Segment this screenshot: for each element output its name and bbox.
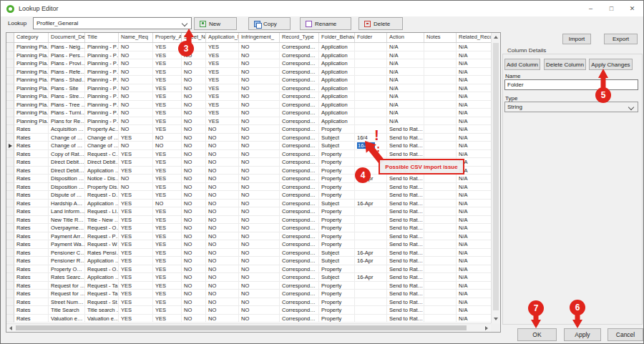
grid-cell[interactable]: NO [239, 216, 280, 225]
grid-cell[interactable]: YES [153, 216, 182, 225]
grid-cell[interactable]: NO [119, 101, 153, 109]
grid-cell[interactable]: N/A [457, 84, 492, 93]
grid-cell[interactable]: 16-Apr [355, 142, 387, 150]
grid-cell[interactable]: YES [153, 207, 182, 216]
grid-cell[interactable]: Send to Rat… [387, 200, 424, 208]
grid-cell[interactable]: YES [119, 257, 153, 265]
grid-cell[interactable]: NO [119, 76, 153, 84]
grid-cell[interactable]: N/A [457, 125, 492, 134]
grid-cell[interactable]: NO [239, 125, 280, 134]
grid-cell[interactable]: Correspond… [280, 59, 319, 68]
grid-cell[interactable]: NO [119, 43, 153, 51]
grid-cell[interactable]: Request - W… [85, 240, 119, 249]
lookup-dropdown[interactable]: Profiler_General [33, 17, 192, 29]
grid-cell[interactable]: YES [153, 76, 182, 84]
grid-cell[interactable] [424, 125, 457, 134]
grid-cell[interactable]: Property [319, 298, 355, 307]
grid-cell[interactable]: NO [206, 175, 239, 183]
grid-cell[interactable]: NO [239, 117, 280, 126]
grid-cell[interactable]: NO [239, 224, 280, 232]
grid-cell[interactable]: Send to Rat… [387, 125, 424, 134]
row-selector[interactable] [6, 306, 14, 315]
grid-cell[interactable]: N/A [457, 282, 492, 290]
grid-cell[interactable]: NO [182, 158, 206, 167]
grid-cell[interactable]: 16-Apr [355, 249, 387, 257]
grid-cell[interactable]: Property [319, 265, 355, 274]
grid-cell[interactable]: YES [119, 158, 153, 167]
grid-cell[interactable]: NO [206, 150, 239, 159]
grid-cell[interactable]: NO [239, 68, 280, 77]
grid-cell[interactable]: Request - C… [85, 150, 119, 159]
grid-cell[interactable]: Request for … [49, 290, 85, 298]
grid-cell[interactable]: Correspond… [280, 282, 319, 290]
row-selector[interactable] [6, 134, 14, 142]
grid-cell[interactable] [424, 315, 457, 323]
grid-cell[interactable]: YES [119, 216, 153, 225]
grid-cell[interactable] [355, 265, 387, 274]
row-selector[interactable] [6, 92, 14, 101]
grid-cell[interactable]: NO [182, 109, 206, 117]
grid-cell[interactable]: Request - LI… [85, 207, 119, 216]
grid-cell[interactable]: NO [206, 216, 239, 225]
grid-cell[interactable]: YES [119, 249, 153, 257]
column-header-title[interactable]: Title [85, 33, 119, 42]
column-header-folder[interactable]: Folder [355, 33, 387, 42]
grid-cell[interactable] [424, 249, 457, 257]
grid-cell[interactable]: Land Inform… [49, 207, 85, 216]
grid-cell[interactable]: Planning Pla… [14, 109, 49, 117]
row-selector[interactable] [6, 43, 14, 51]
grid-cell[interactable]: NO [119, 109, 153, 117]
grid-cell[interactable]: Send to Rat… [387, 224, 424, 232]
grid-cell[interactable]: Pensioner C… [49, 249, 85, 257]
grid-cell[interactable]: YES [153, 92, 182, 101]
grid-cell[interactable]: N/A [387, 76, 424, 84]
grid-cell[interactable]: NO [206, 315, 239, 323]
grid-cell[interactable]: Application [319, 92, 355, 101]
grid-cell[interactable]: NO [119, 68, 153, 77]
grid-cell[interactable] [424, 68, 457, 77]
grid-cell[interactable]: NO [239, 315, 280, 323]
grid-cell[interactable]: Correspond… [280, 109, 319, 117]
grid-cell[interactable]: Plans - Refe… [49, 68, 85, 77]
grid-cell[interactable] [424, 207, 457, 216]
type-dropdown[interactable]: String [504, 102, 638, 112]
grid-cell[interactable]: Send to Rat… [387, 232, 424, 241]
grid-cell[interactable] [355, 207, 387, 216]
grid-cell[interactable]: YES [153, 232, 182, 241]
grid-cell[interactable]: Correspond… [280, 200, 319, 208]
grid-cell[interactable]: NO [239, 257, 280, 265]
grid-cell[interactable]: NO [119, 92, 153, 101]
grid-cell[interactable] [355, 51, 387, 60]
grid-cell[interactable]: Correspond… [280, 306, 319, 315]
grid-cell[interactable] [355, 290, 387, 298]
grid-cell[interactable]: NO [239, 158, 280, 167]
grid-cell[interactable]: NO [239, 265, 280, 274]
grid-cell[interactable]: Correspond… [280, 240, 319, 249]
grid-cell[interactable]: YES [153, 109, 182, 117]
grid-cell[interactable] [424, 191, 457, 200]
grid-cell[interactable]: Title - New … [85, 216, 119, 225]
grid-cell[interactable]: Correspond… [280, 298, 319, 307]
grid-cell[interactable] [424, 43, 457, 51]
grid-cell[interactable]: N/A [457, 273, 492, 282]
grid-cell[interactable] [355, 59, 387, 68]
grid-cell[interactable]: Direct Debit… [49, 167, 85, 175]
grid-cell[interactable]: NO [119, 117, 153, 126]
horizontal-scrollbar-thumb[interactable] [16, 325, 467, 330]
row-selector[interactable] [6, 191, 14, 200]
grid-cell[interactable]: NO [182, 207, 206, 216]
grid-cell[interactable]: Correspond… [280, 142, 319, 150]
grid-cell[interactable]: N/A [387, 101, 424, 109]
grid-cell[interactable]: NO [239, 76, 280, 84]
grid-cell[interactable]: N/A [457, 59, 492, 68]
grid-cell[interactable]: NO [119, 51, 153, 60]
grid-cell[interactable]: Property [319, 216, 355, 225]
grid-cell[interactable]: Send to Rat… [387, 249, 424, 257]
cancel-button[interactable]: Cancel [608, 328, 643, 341]
grid-cell[interactable] [424, 109, 457, 117]
grid-cell[interactable]: Send to Rat… [387, 257, 424, 265]
grid-cell[interactable]: Rates [14, 216, 49, 225]
grid-cell[interactable]: NO [239, 59, 280, 68]
grid-cell[interactable]: YES [153, 167, 182, 175]
row-selector[interactable] [6, 290, 14, 298]
